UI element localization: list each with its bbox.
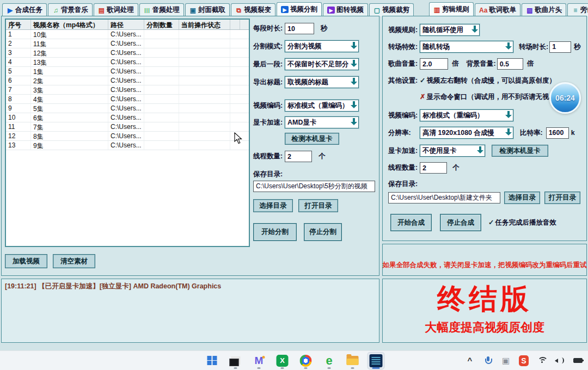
bitrate-input[interactable]: 1600	[546, 127, 569, 139]
flip-video-checkbox[interactable]: ✓视频左右翻转（合成慢，可以提高原创度）	[420, 76, 556, 85]
column-header[interactable]: 序号	[6, 20, 31, 29]
compose-choose-dir-button[interactable]: 选择目录	[504, 192, 540, 204]
cell-count	[144, 76, 179, 85]
column-header[interactable]: 当前操作状态	[179, 20, 230, 29]
open-dir-button[interactable]: 打开目录	[298, 199, 338, 212]
chevron-down-icon[interactable]	[504, 110, 513, 121]
snipping-tool-icon[interactable]	[228, 353, 244, 369]
compose-save-dir-input[interactable]: C:\Users\User\Desktop\新建文件夹	[388, 192, 500, 203]
detect-gpu-button-right[interactable]: 检测本机显卡	[492, 145, 548, 157]
cell-status	[179, 39, 230, 48]
start-compose-button[interactable]: 开始合成	[390, 214, 432, 231]
table-row[interactable]: 139集C:\Users...	[6, 141, 249, 150]
wifi-icon[interactable]	[537, 355, 547, 366]
table-row[interactable]: 62集C:\Users...	[6, 76, 249, 85]
threads-label: 线程数量:	[253, 152, 285, 161]
start-split-button[interactable]: 开始分割	[253, 223, 297, 241]
volume-icon[interactable]	[555, 355, 565, 366]
clear-materials-button[interactable]: 清空素材	[53, 254, 95, 268]
gpu-accel-select[interactable]: AMD显卡	[285, 116, 359, 128]
clock-widget[interactable]: 06:24	[549, 82, 581, 114]
remote-icon[interactable]: ▣	[501, 355, 511, 366]
bg-volume-input[interactable]: 0.5	[497, 58, 523, 70]
choose-dir-button[interactable]: 选择目录	[253, 199, 293, 212]
tab-cover-capture[interactable]: ▣封面截取	[185, 3, 230, 16]
chevron-down-icon[interactable]	[349, 100, 358, 111]
video-tool-icon[interactable]	[368, 353, 384, 369]
tab-lyrics-playlist[interactable]: Aa歌词歌单	[475, 3, 520, 16]
table-row[interactable]: 51集C:\Users...	[6, 67, 249, 76]
taskbar: MXe ^▣S	[0, 350, 588, 370]
compose-open-dir-button[interactable]: 打开目录	[544, 192, 580, 204]
microphone-icon[interactable]	[483, 355, 493, 366]
table-row[interactable]: 73集C:\Users...	[6, 85, 249, 95]
transition-duration-input[interactable]: 1	[549, 41, 571, 53]
column-header[interactable]: 路径	[108, 20, 144, 29]
cell-no: 7	[6, 85, 31, 94]
tab-compose-tasks[interactable]: ▶合成任务	[2, 3, 47, 16]
show-cmd-checkbox[interactable]: ✗显示命令窗口（调试用，用不到话请无视）	[420, 92, 556, 102]
threads-input[interactable]: 2	[285, 151, 312, 162]
stop-split-button[interactable]: 停止分割	[304, 223, 342, 241]
tab-lyrics-processing[interactable]: ▤歌词处理	[94, 3, 138, 16]
compose-encode-select[interactable]: 标准模式（重编码）	[420, 109, 513, 121]
table-row[interactable]: 117集C:\Users...	[6, 122, 249, 132]
table-row[interactable]: 211集C:\Users...	[6, 39, 249, 48]
sound-on-finish-checkbox[interactable]: ✓任务完成后播放音效	[488, 218, 556, 227]
left-tab-group: ▶合成任务♫背景音乐▤歌词处理|||音频处理▣封面截取⧉视频裂变▶视频分割▶图转…	[2, 2, 415, 16]
column-header[interactable]	[230, 20, 240, 29]
transition-select[interactable]: 随机转场	[420, 41, 513, 53]
log-panel: [19:11:21] 【已开启显卡加速】[独立显卡] AMD Radeon(TM…	[1, 279, 379, 343]
video-rule-select[interactable]: 随机循环使用	[420, 24, 480, 36]
compose-threads-input[interactable]: 2	[420, 162, 447, 174]
chevron-down-icon[interactable]	[349, 117, 358, 128]
tab-background-music[interactable]: ♫背景音乐	[48, 3, 93, 16]
chevron-down-icon[interactable]	[504, 41, 513, 52]
table-row[interactable]: 128集C:\Users...	[6, 132, 249, 141]
tab-clip-rules[interactable]: ▥剪辑规则	[429, 2, 474, 16]
tab-video-fission[interactable]: ⧉视频裂变	[231, 3, 275, 16]
chevron-down-icon[interactable]	[475, 145, 485, 156]
browser-360-icon[interactable]: e	[321, 353, 338, 369]
chevron-down-icon[interactable]	[349, 59, 358, 70]
tab-audio-processing[interactable]: |||音频处理	[139, 3, 184, 16]
stop-compose-button[interactable]: 停止合成	[440, 214, 481, 231]
load-videos-button[interactable]: 加载视频	[5, 254, 47, 268]
compose-gpu-select[interactable]: 不使用显卡	[420, 145, 485, 157]
cell-name: 11集	[31, 39, 108, 48]
detect-gpu-button[interactable]: 检测本机显卡	[285, 133, 339, 145]
chrome-icon[interactable]	[298, 353, 314, 369]
file-explorer-icon[interactable]	[345, 353, 361, 369]
video-encode-select[interactable]: 标准模式（重编码）	[285, 100, 359, 112]
chevron-down-icon[interactable]	[470, 24, 479, 35]
tab-song-intro[interactable]: ▨歌曲片头	[522, 3, 566, 16]
song-volume-input[interactable]: 2.0	[420, 58, 448, 70]
export-title-select[interactable]: 取视频的标题	[285, 76, 359, 88]
table-row[interactable]: 106集C:\Users...	[6, 113, 249, 122]
table-row[interactable]: 413集C:\Users...	[6, 58, 249, 67]
chevron-down-icon[interactable]	[349, 77, 358, 88]
tab-image-to-video[interactable]: ▶图转视频	[323, 3, 368, 16]
save-dir-input[interactable]: C:\Users\User\Desktop\5秒分割的视频	[253, 181, 375, 192]
chevron-up-icon[interactable]: ^	[465, 355, 475, 366]
last-segment-select[interactable]: 不保留时长不足部分	[285, 58, 359, 70]
x-app-icon[interactable]: X	[274, 353, 291, 369]
m-app-icon[interactable]: M	[251, 353, 267, 369]
segment-duration-input[interactable]: 10	[285, 23, 314, 34]
chevron-down-icon[interactable]	[349, 41, 358, 52]
tab-video-crop[interactable]: ▢视频裁剪	[369, 3, 414, 16]
battery-icon[interactable]	[573, 355, 583, 366]
windows-start-icon[interactable]	[204, 353, 220, 369]
table-row[interactable]: 95集C:\Users...	[6, 104, 249, 113]
table-row[interactable]: 110集C:\Users...	[6, 30, 249, 39]
tab-video-split[interactable]: ▶视频分割	[277, 2, 322, 16]
chevron-down-icon[interactable]	[504, 127, 513, 138]
split-mode-select[interactable]: 分割为视频	[285, 40, 359, 52]
column-header[interactable]: 分割数量	[144, 20, 179, 29]
tab-narration-subtitles[interactable]: ≡旁白字幕	[567, 3, 588, 16]
resolution-select[interactable]: 高清 1920x1080 合成慢	[420, 127, 513, 139]
table-row[interactable]: 312集C:\Users...	[6, 48, 249, 58]
column-header[interactable]: 视频名称（mp4格式）	[31, 20, 108, 29]
table-row[interactable]: 84集C:\Users...	[6, 95, 249, 104]
sogou-input-icon[interactable]: S	[519, 355, 529, 366]
